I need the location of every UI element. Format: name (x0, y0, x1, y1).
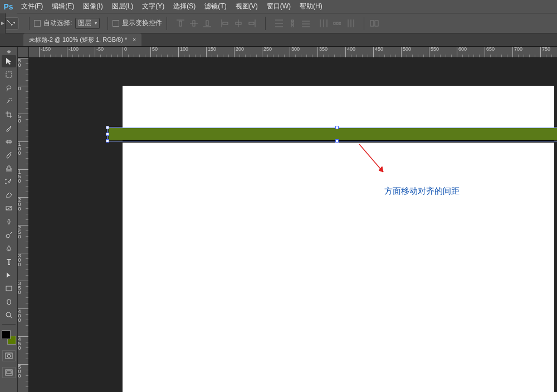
tool-magic-wand[interactable] (2, 95, 16, 107)
distribute-bottom-icon[interactable] (300, 18, 311, 29)
panel-expand-toggle[interactable] (0, 49, 17, 55)
ruler-vertical[interactable]: 50050100150200250300350400450500550 (18, 58, 29, 392)
tool-marquee[interactable] (2, 68, 16, 81)
menu-help[interactable]: 帮助(H) (295, 2, 327, 11)
label-show-transform: 显示变换控件 (122, 18, 162, 28)
svg-rect-24 (334, 22, 335, 24)
workspace: -150-100-5005010015020025030035040045050… (0, 47, 557, 392)
tool-gradient[interactable] (2, 202, 16, 214)
shape-rectangle-1[interactable] (109, 128, 557, 140)
svg-rect-17 (291, 26, 294, 27)
separator (167, 17, 167, 30)
svg-rect-41 (7, 371, 11, 374)
svg-rect-36 (6, 286, 12, 291)
svg-rect-1 (179, 21, 182, 26)
separator (364, 17, 364, 30)
tool-eyedropper[interactable] (2, 122, 16, 134)
dropdown-auto-select-target[interactable]: 图层 ▾ (75, 18, 100, 29)
separator (2, 324, 16, 325)
tool-path-select[interactable] (2, 269, 16, 281)
align-vcenter-icon[interactable] (188, 18, 199, 29)
menu-edit[interactable]: 编辑(E) (47, 2, 79, 11)
svg-point-37 (6, 312, 11, 317)
menu-view[interactable]: 视图(V) (231, 2, 262, 11)
tool-zoom[interactable] (2, 309, 16, 321)
screen-mode-toggle[interactable] (2, 367, 16, 378)
svg-point-39 (7, 354, 11, 357)
distribute-hcenter-icon[interactable] (331, 18, 343, 29)
tool-rectangle[interactable] (2, 282, 16, 295)
align-hcenter-icon[interactable] (233, 18, 244, 29)
menu-file[interactable]: 文件(F) (17, 2, 47, 11)
tool-brush[interactable] (2, 149, 16, 161)
tool-stamp[interactable] (2, 162, 16, 174)
menu-type[interactable]: 文字(Y) (138, 2, 169, 11)
svg-rect-25 (336, 22, 338, 24)
auto-align-icon[interactable] (369, 18, 380, 29)
separator (265, 17, 266, 30)
tool-dodge[interactable] (2, 229, 16, 241)
svg-rect-11 (249, 22, 254, 24)
quick-mask-toggle[interactable] (2, 350, 16, 361)
distribute-left-icon[interactable] (318, 18, 329, 29)
tool-type[interactable] (2, 256, 16, 268)
close-icon[interactable]: × (133, 37, 136, 43)
tool-move[interactable] (2, 55, 16, 67)
canvas-stage[interactable]: 方面移动对齐的间距 (29, 58, 557, 392)
tool-history-brush[interactable] (2, 175, 16, 188)
svg-line-42 (359, 144, 383, 172)
menu-layer[interactable]: 图层(L) (108, 2, 138, 11)
svg-rect-15 (291, 20, 294, 22)
svg-rect-30 (370, 21, 374, 26)
options-bar: 自动选择: 图层 ▾ 显示变换控件 (0, 13, 557, 33)
tool-hand[interactable] (2, 296, 16, 308)
tool-lasso[interactable] (2, 82, 16, 94)
annotation-text: 方面移动对齐的间距 (384, 186, 460, 197)
document-tab[interactable]: 未标题-2 @ 100% (矩形 1, RGB/8) * × (23, 33, 141, 46)
svg-rect-26 (339, 22, 341, 24)
tool-spot-heal[interactable] (2, 135, 16, 148)
distribute-group-horizontal (318, 18, 356, 29)
tab-title: 未标题-2 @ 100% (矩形 1, RGB/8) * (29, 36, 127, 44)
annotation-arrow (356, 141, 390, 180)
tool-panel (0, 47, 18, 392)
color-swatches[interactable] (2, 330, 16, 345)
menu-window[interactable]: 窗口(W) (262, 2, 295, 11)
checkbox-show-transform[interactable] (113, 20, 119, 27)
separator (108, 17, 108, 30)
tool-crop[interactable] (2, 109, 16, 121)
checkbox-auto-select[interactable] (34, 20, 41, 27)
distribute-top-icon[interactable] (273, 18, 285, 29)
artboard[interactable]: 方面移动对齐的间距 (123, 86, 554, 392)
label-auto-select: 自动选择: (43, 18, 72, 28)
app-logo: Ps (0, 0, 17, 13)
document-tab-bar: 未标题-2 @ 100% (矩形 1, RGB/8) * × (0, 33, 557, 47)
tool-eraser[interactable] (2, 189, 16, 201)
svg-rect-5 (206, 21, 208, 26)
align-bottom-icon[interactable] (202, 18, 213, 29)
tool-pen[interactable] (2, 242, 16, 254)
svg-point-35 (6, 234, 9, 238)
chevron-down-icon: ▾ (95, 21, 97, 26)
dropdown-value: 图层 (78, 18, 91, 28)
menu-filter[interactable]: 滤镜(T) (200, 2, 231, 11)
distribute-right-icon[interactable] (345, 18, 356, 29)
ruler-origin[interactable] (18, 47, 29, 58)
svg-rect-16 (291, 23, 294, 24)
ruler-horizontal[interactable]: -150-100-5005010015020025030035040045050… (29, 47, 557, 58)
svg-rect-33 (6, 141, 12, 143)
tool-blur[interactable] (2, 215, 16, 228)
align-top-icon[interactable] (175, 18, 186, 29)
align-left-icon[interactable] (219, 18, 231, 29)
menu-select[interactable]: 选择(S) (169, 2, 200, 11)
separator (29, 17, 30, 30)
distribute-group-vertical (273, 18, 311, 29)
menu-image[interactable]: 图像(I) (79, 2, 107, 11)
align-group-vertical (175, 18, 213, 29)
canvas-area: -150-100-5005010015020025030035040045050… (18, 47, 557, 392)
align-right-icon[interactable] (246, 18, 257, 29)
distribute-vcenter-icon[interactable] (287, 18, 298, 29)
panel-collapse-strip[interactable] (0, 13, 6, 33)
tool-preset-picker[interactable] (3, 17, 19, 30)
foreground-swatch[interactable] (2, 330, 11, 339)
